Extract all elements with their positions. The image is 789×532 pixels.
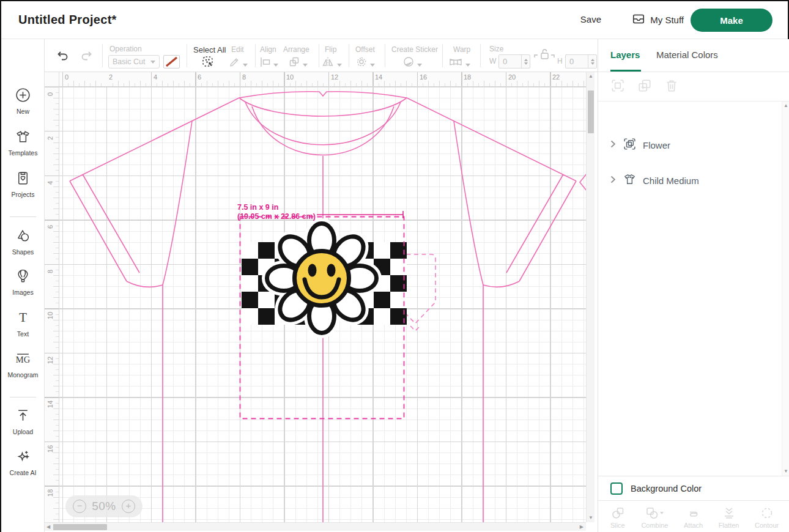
scroll-up-icon[interactable]: ▲ bbox=[783, 103, 788, 108]
trash-icon[interactable] bbox=[664, 78, 679, 95]
chevron-down-icon bbox=[303, 64, 308, 67]
operation-value: Basic Cut bbox=[113, 57, 146, 66]
align-icon[interactable] bbox=[259, 56, 278, 70]
sidebar-item-images[interactable]: Images bbox=[1, 268, 45, 296]
width-stepper[interactable] bbox=[521, 55, 530, 68]
sidebar-label: Templates bbox=[9, 149, 38, 157]
toolbar-separator bbox=[442, 44, 443, 67]
operation-label: Operation bbox=[109, 45, 142, 53]
ruler-corner bbox=[45, 72, 59, 87]
warp-icon[interactable] bbox=[448, 56, 470, 70]
envelope-icon bbox=[632, 12, 645, 28]
sparkle-ai-icon bbox=[15, 448, 31, 467]
flower-image[interactable] bbox=[242, 224, 407, 333]
chevron-right-icon[interactable] bbox=[609, 175, 617, 187]
canvas-artwork: 7.5 in x 9 in (19.05 cm x 22.86 cm) bbox=[59, 87, 586, 522]
horizontal-scroll-thumb[interactable] bbox=[53, 524, 107, 530]
size-label: Size bbox=[489, 45, 503, 53]
horizontal-scrollbar[interactable]: ◀ ▶ bbox=[45, 522, 586, 531]
width-input[interactable]: 0 bbox=[498, 54, 530, 68]
panel-scrollbar[interactable]: ▲ ▼ bbox=[782, 102, 789, 476]
left-sidebar: New Templates Projects Shapes Images T T… bbox=[1, 39, 45, 532]
flip-icon[interactable] bbox=[321, 56, 342, 70]
contour-button[interactable]: Contour bbox=[755, 506, 779, 529]
offset-icon[interactable] bbox=[355, 56, 375, 70]
selection-size-label-cm: (19.05 cm x 22.86 cm) bbox=[237, 212, 316, 221]
layer-name: Flower bbox=[643, 140, 670, 150]
layer-name: Child Medium bbox=[643, 175, 699, 186]
width-label: W bbox=[489, 57, 496, 65]
zoom-in-button[interactable]: + bbox=[122, 500, 135, 513]
create-sticker-icon[interactable] bbox=[402, 56, 422, 70]
sidebar-label: Images bbox=[12, 289, 33, 296]
sidebar-item-templates[interactable]: Templates bbox=[1, 128, 45, 157]
scroll-up-icon[interactable]: ▲ bbox=[588, 74, 593, 79]
layer-row-flower[interactable]: Flower bbox=[598, 132, 789, 158]
combine-button[interactable]: Combine bbox=[641, 506, 668, 529]
sidebar-item-new[interactable]: New bbox=[1, 87, 45, 115]
sidebar-item-shapes[interactable]: Shapes bbox=[1, 227, 45, 256]
edit-pencil-icon[interactable] bbox=[228, 56, 248, 70]
my-stuff-button[interactable]: My Stuff bbox=[632, 12, 684, 28]
layer-actions-bar: Slice Combine Attach Flatten Contour bbox=[598, 500, 789, 532]
toolbar-separator bbox=[480, 44, 481, 67]
select-all-label: Select All bbox=[193, 45, 226, 54]
toolbar-separator bbox=[385, 44, 385, 67]
sidebar-label: Shapes bbox=[12, 248, 34, 256]
flatten-button[interactable]: Flatten bbox=[719, 506, 739, 529]
duplicate-icon[interactable] bbox=[637, 78, 652, 95]
toolbar-separator bbox=[319, 44, 319, 67]
selection-size-label-in: 7.5 in x 9 in bbox=[237, 203, 278, 212]
undo-icon[interactable] bbox=[56, 49, 70, 65]
edit-label: Edit bbox=[231, 45, 244, 54]
sidebar-label: Create AI bbox=[10, 469, 37, 476]
sidebar-item-text[interactable]: T Text bbox=[1, 309, 45, 338]
design-canvas[interactable]: 02 46 810 1214 1618 2022 02 46 810 1214 … bbox=[45, 72, 598, 532]
group-select-icon[interactable] bbox=[610, 78, 625, 95]
sidebar-item-upload[interactable]: Upload bbox=[1, 407, 45, 435]
zoom-level: 50% bbox=[92, 500, 116, 513]
redo-icon[interactable] bbox=[79, 49, 94, 65]
tab-layers[interactable]: Layers bbox=[610, 50, 640, 60]
scroll-down-icon[interactable]: ▼ bbox=[783, 469, 788, 474]
layer-row-child-medium[interactable]: Child Medium bbox=[598, 168, 789, 193]
scroll-left-icon[interactable]: ◀ bbox=[46, 525, 50, 530]
background-color-label: Background Color bbox=[631, 484, 702, 493]
sidebar-item-monogram[interactable]: MG Monogram bbox=[1, 350, 45, 379]
sidebar-label: Projects bbox=[12, 191, 35, 198]
balloon-icon bbox=[15, 268, 31, 287]
select-all-icon[interactable] bbox=[201, 55, 215, 71]
chevron-right-icon[interactable] bbox=[609, 139, 617, 151]
size-lock-icon[interactable] bbox=[534, 46, 555, 65]
operation-color-swatch[interactable] bbox=[163, 55, 180, 68]
chevron-down-icon bbox=[370, 64, 375, 67]
project-title[interactable]: Untitled Project* bbox=[18, 13, 117, 27]
monogram-icon: MG bbox=[15, 350, 31, 369]
text-icon: T bbox=[15, 309, 31, 328]
background-color-checkbox[interactable] bbox=[610, 482, 623, 495]
arrange-icon[interactable] bbox=[288, 56, 308, 70]
save-button[interactable]: Save bbox=[580, 14, 601, 24]
vertical-scrollbar[interactable]: ▲ ▼ bbox=[586, 72, 595, 522]
warp-label: Warp bbox=[453, 45, 470, 54]
attach-button[interactable]: Attach bbox=[684, 506, 703, 529]
sidebar-label: New bbox=[17, 108, 29, 115]
zoom-out-button[interactable]: − bbox=[73, 500, 86, 513]
height-stepper[interactable] bbox=[588, 55, 596, 68]
scroll-right-icon[interactable]: ▶ bbox=[580, 525, 583, 530]
scroll-down-icon[interactable]: ▼ bbox=[588, 515, 593, 520]
toolbar-separator bbox=[187, 44, 187, 67]
sidebar-item-create-ai[interactable]: Create AI bbox=[1, 448, 45, 476]
chevron-down-icon bbox=[273, 64, 278, 67]
operation-select[interactable]: Basic Cut bbox=[108, 55, 160, 68]
sidebar-label: Upload bbox=[13, 428, 33, 435]
my-stuff-label: My Stuff bbox=[650, 15, 684, 25]
slice-button[interactable]: Slice bbox=[610, 506, 626, 529]
make-button[interactable]: Make bbox=[691, 9, 772, 32]
chevron-down-icon bbox=[465, 64, 470, 67]
height-input[interactable]: 0 bbox=[565, 54, 597, 68]
tshirt-layer-icon bbox=[623, 172, 637, 189]
sidebar-item-projects[interactable]: Projects bbox=[1, 170, 45, 198]
tab-material-colors[interactable]: Material Colors bbox=[656, 50, 718, 60]
vertical-scroll-thumb[interactable] bbox=[588, 91, 594, 133]
